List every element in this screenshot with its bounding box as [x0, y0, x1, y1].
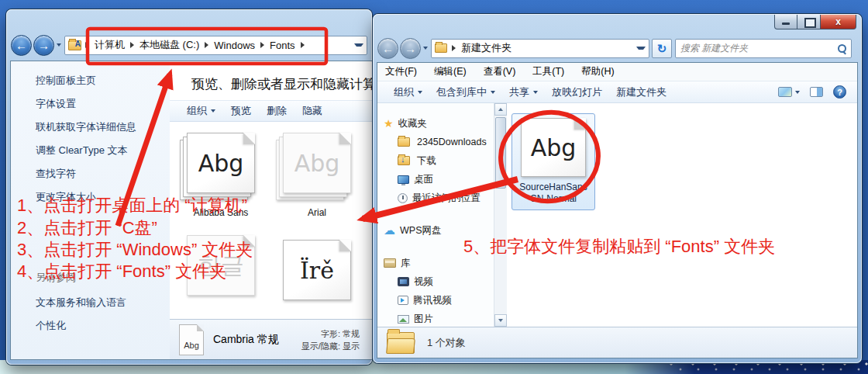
sidebar-item-font-settings[interactable]: 字体设置: [36, 97, 164, 111]
font-preview-glyph: 한글: [198, 250, 244, 282]
sidebar-group-favorites[interactable]: ★ 收藏夹: [377, 114, 494, 133]
forward-button[interactable]: →: [400, 38, 421, 59]
back-button[interactable]: ←: [377, 38, 398, 59]
include-label: 包含到库中: [436, 85, 487, 99]
breadcrumb-separator-icon: [85, 42, 89, 48]
views-icon: [778, 87, 792, 97]
organize-button[interactable]: 组织: [387, 83, 429, 102]
slideshow-button[interactable]: 放映幻灯片: [545, 83, 609, 102]
triangle-down-icon: [498, 319, 503, 322]
address-dropdown-icon[interactable]: [354, 43, 363, 47]
scroll-down-button[interactable]: [494, 314, 507, 327]
star-icon: ★: [384, 118, 394, 129]
file-item-label: SourceHanSans CN-Normal: [515, 182, 592, 205]
see-also-heading: 另请参阅: [36, 271, 164, 285]
sidebar-item-personalization[interactable]: 个性化: [36, 319, 164, 333]
sidebar-item-text-services[interactable]: 文本服务和输入语言: [36, 296, 164, 310]
font-page-icon: Abg: [187, 133, 255, 193]
scrollbar[interactable]: [494, 103, 507, 327]
sidebar-item-tencent-video[interactable]: 腾讯视频: [377, 291, 494, 310]
include-in-library-button[interactable]: 包含到库中: [429, 83, 502, 102]
new-folder-explorer-window: ← → 新建文件夹 ↻ 搜索 新建文件夹 文件(F) 编辑(E) 查看(V) 工…: [373, 14, 862, 363]
search-placeholder: 搜索 新建文件夹: [680, 42, 838, 55]
sidebar-item-recent-places[interactable]: 最近访问的位置: [377, 189, 494, 207]
nav-history-dropdown-icon[interactable]: [423, 47, 428, 50]
video-icon: [398, 277, 409, 286]
address-bar[interactable]: 新建文件夹: [431, 39, 649, 58]
menu-file[interactable]: 文件(F): [385, 65, 417, 78]
font-page-icon: Abg: [283, 133, 351, 193]
sidebar-label: 2345Downloads: [417, 137, 487, 147]
sidebar-item-adjust-cleartype[interactable]: 调整 ClearType 文本: [36, 144, 164, 158]
menu-tools[interactable]: 工具(T): [532, 65, 564, 78]
preview-pane-button[interactable]: [810, 87, 823, 97]
menu-edit[interactable]: 编辑(E): [434, 65, 467, 78]
new-folder-button[interactable]: 新建文件夹: [609, 83, 673, 102]
sidebar-label: 收藏夹: [398, 117, 428, 130]
sidebar-item-2345downloads[interactable]: 2345Downloads: [377, 133, 494, 151]
hide-button[interactable]: 隐藏: [294, 102, 330, 120]
sidebar-item-desktop[interactable]: 桌面: [377, 170, 494, 189]
navigation-pane: ★ 收藏夹 2345Downloads 下载 桌面: [377, 103, 494, 327]
breadcrumb-computer[interactable]: 计算机: [91, 38, 128, 52]
breadcrumb-separator-icon: [205, 42, 208, 48]
share-button[interactable]: 共享: [502, 83, 545, 102]
breadcrumb-new-folder[interactable]: 新建文件夹: [458, 41, 515, 55]
sidebar-item-videos[interactable]: 视频: [377, 272, 494, 291]
search-input[interactable]: 搜索 新建文件夹: [675, 39, 852, 58]
sidebar-item-downloads[interactable]: 下载: [377, 151, 494, 170]
scrollbar-thumb[interactable]: [495, 117, 506, 189]
sidebar-item-find-character[interactable]: 查找字符: [36, 167, 164, 181]
breadcrumb-local-disk-c[interactable]: 本地磁盘 (C:): [136, 38, 202, 52]
sidebar-item-pictures[interactable]: 图片: [377, 310, 494, 327]
maximize-button[interactable]: [797, 15, 821, 29]
address-dropdown-icon[interactable]: [636, 47, 646, 50]
scroll-up-button[interactable]: [494, 103, 507, 116]
font-item-korean[interactable]: 한글: [177, 235, 264, 302]
sidebar-label: 最近访问的位置: [412, 192, 480, 205]
share-label: 共享: [509, 85, 529, 99]
sidebar-item-wps-cloud[interactable]: ☁ WPS网盘: [377, 221, 494, 240]
font-item-label: Arial: [274, 207, 360, 218]
sidebar-item-control-panel-home[interactable]: 控制面板主页: [36, 74, 164, 88]
library-icon: [384, 258, 396, 268]
font-item-ire[interactable]: Ïrě: [274, 240, 360, 306]
file-item-sourcehansans[interactable]: Abg SourceHanSans CN-Normal: [512, 113, 595, 210]
address-bar[interactable]: 计算机 本地磁盘 (C:) Windows Fonts: [64, 36, 367, 55]
organize-button[interactable]: 组织: [179, 102, 223, 120]
nav-history-dropdown-icon[interactable]: [57, 43, 61, 47]
menu-help[interactable]: 帮助(H): [581, 65, 614, 78]
organize-label: 组织: [394, 85, 414, 99]
triangle-up-icon: [498, 108, 503, 111]
font-page-icon: Abg: [521, 118, 586, 177]
folder-icon: [435, 43, 447, 53]
font-item-arial[interactable]: Abg Arial: [274, 133, 360, 218]
back-button[interactable]: ←: [11, 35, 32, 56]
status-bar: 1 个对象: [377, 327, 857, 358]
downloads-icon: [398, 156, 410, 165]
selected-font-name: Cambria 常规: [213, 333, 279, 347]
sidebar-group-libraries[interactable]: 库: [377, 254, 494, 272]
minimize-button[interactable]: [774, 15, 797, 29]
sidebar-item-get-font-info-online[interactable]: 联机获取字体详细信息: [36, 120, 164, 134]
breadcrumb-separator-icon: [452, 45, 456, 51]
breadcrumb-fonts[interactable]: Fonts: [267, 40, 298, 51]
font-file-icon: Abg: [179, 324, 204, 355]
breadcrumb-windows[interactable]: Windows: [211, 40, 258, 51]
refresh-button[interactable]: ↻: [652, 39, 672, 58]
sidebar-label: 腾讯视频: [413, 294, 452, 307]
folder-icon: [398, 137, 410, 147]
item-count: 1 个对象: [427, 336, 466, 350]
change-view-button[interactable]: [778, 87, 800, 97]
forward-button[interactable]: →: [33, 35, 54, 56]
sidebar-item-change-font-size[interactable]: 更改字体大小: [36, 190, 164, 204]
command-bar: 组织 包含到库中 共享 放映幻灯片 新建文件夹: [377, 81, 857, 103]
close-button[interactable]: [821, 15, 856, 29]
sidebar-label: 下载: [417, 154, 436, 168]
font-item-alibaba-sans[interactable]: Abg Alibaba Sans: [177, 133, 264, 218]
delete-button[interactable]: 删除: [259, 102, 294, 120]
fonts-folder-icon: [68, 40, 81, 50]
help-button[interactable]: ?: [833, 85, 846, 99]
preview-button[interactable]: 预览: [223, 102, 259, 120]
menu-view[interactable]: 查看(V): [484, 65, 516, 78]
